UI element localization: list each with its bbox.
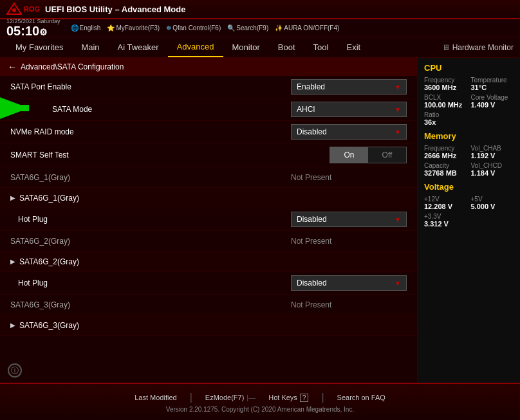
cpu-temp: Temperature 31°C <box>471 77 514 91</box>
tab-tool[interactable]: Tool <box>304 37 338 57</box>
dropdown-arrow-4: ▼ <box>395 216 401 223</box>
tab-main[interactable]: Main <box>72 37 108 57</box>
mem-capacity: Capacity 32768 MB <box>424 162 467 177</box>
cpu-bclx: BCLX 100.00 MHz <box>424 94 467 109</box>
sep-1: | <box>190 392 192 403</box>
rog-logo: ROG <box>6 3 40 15</box>
dropdown-arrow-3: ▼ <box>395 129 401 136</box>
sata6g2-expand-label: SATA6G_2(Gray) <box>10 257 407 266</box>
tab-ai-tweaker[interactable]: Ai Tweaker <box>109 37 168 57</box>
setting-sata6g1-expand[interactable]: SATA6G_1(Gray) <box>0 188 417 208</box>
tab-boot[interactable]: Boot <box>269 37 304 57</box>
shortcut-search-faq[interactable]: Search on FAQ <box>337 392 385 403</box>
setting-sata6g1-status: SATA6G_1(Gray) Not Present <box>0 167 417 188</box>
sata6g1-status-label: SATA6G_1(Gray) <box>10 173 291 182</box>
tab-monitor[interactable]: Monitor <box>223 37 269 57</box>
setting-sata6g2-expand[interactable]: SATA6G_2(Gray) <box>0 251 417 272</box>
bottom-bar: Last Modified | EzMode(F7) |— Hot Keys ?… <box>0 383 520 420</box>
mem-freq-chab: Frequency 2666 MHz Vol_CHAB 1.192 V <box>424 145 514 160</box>
toggle-on[interactable]: On <box>330 147 368 163</box>
sep-2: | <box>321 392 324 403</box>
sata6g3-status-value: Not Present <box>291 300 407 309</box>
shortcut-last-modified[interactable]: Last Modified <box>135 392 176 403</box>
sata-mode-label: SATA Mode <box>10 105 291 114</box>
cpu-section-title: CPU <box>424 63 514 73</box>
sata-port-enable-dropdown[interactable]: Enabled ▼ <box>291 79 407 95</box>
window-title: UEFI BIOS Utility – Advanced Mode <box>45 5 185 14</box>
hotplug-2-label: Hot Plug <box>18 278 291 288</box>
nvme-raid-label: NVMe RAID mode <box>10 127 291 136</box>
hotplug-1-dropdown[interactable]: Disabled ▼ <box>291 212 407 227</box>
mem-vol-chab: Vol_CHAB 1.192 V <box>471 145 514 160</box>
setting-sata-port-enable: SATA Port Enable Enabled ▼ <box>0 76 417 98</box>
tab-exit[interactable]: Exit <box>337 37 369 57</box>
cpu-bclx-voltage: BCLX 100.00 MHz Core Voltage 1.409 V <box>424 94 514 109</box>
hotplug-2-dropdown[interactable]: Disabled ▼ <box>291 275 407 291</box>
bottom-shortcuts: Last Modified | EzMode(F7) |— Hot Keys ?… <box>0 389 520 406</box>
setting-sata6g3-status: SATA6G_3(Gray) Not Present <box>0 295 417 315</box>
info-button[interactable]: ⓘ <box>8 363 22 378</box>
setting-nvme-raid: NVMe RAID mode Disabled ▼ <box>0 121 417 143</box>
mem-freq: Frequency 2666 MHz <box>424 145 467 160</box>
toggle-off[interactable]: Off <box>368 147 406 163</box>
tab-advanced[interactable]: Advanced <box>168 37 223 57</box>
smart-self-test-label: SMART Self Test <box>10 151 330 160</box>
mem-vol-chcd: Vol_CHCD 1.184 V <box>471 162 514 177</box>
info-bar: 12/25/2021 Saturday 05:10⚙ 🌐 English ⭐ M… <box>0 19 520 37</box>
sata6g3-status-label: SATA6G_3(Gray) <box>10 300 291 309</box>
dropdown-arrow-5: ▼ <box>395 280 401 287</box>
mem-cap-chcd: Capacity 32768 MB Vol_CHCD 1.184 V <box>424 162 514 177</box>
sata6g1-status-value: Not Present <box>291 173 407 182</box>
setting-sata6g2-status: SATA6G_2(Gray) Not Present <box>0 231 417 251</box>
shortcut-qfan[interactable]: ❄ Qfan Control(F6) <box>166 24 221 32</box>
volt-12-5: +12V 12.208 V +5V 5.000 V <box>424 196 514 210</box>
tab-my-favorites[interactable]: My Favorites <box>6 37 72 57</box>
main-content: ← Advanced\SATA Configuration SATA Port … <box>0 58 520 383</box>
dropdown-arrow-2: ▼ <box>395 106 401 113</box>
breadcrumb: ← Advanced\SATA Configuration <box>0 58 417 76</box>
logo-text: ROG <box>24 5 40 13</box>
breadcrumb-text: Advanced\SATA Configuration <box>21 62 124 71</box>
cpu-ratio: Ratio 36x <box>424 111 514 126</box>
sata6g2-status-label: SATA6G_2(Gray) <box>10 237 291 246</box>
sata-mode-dropdown[interactable]: AHCI ▼ <box>291 102 407 117</box>
shortcut-myfavorite[interactable]: ⭐ MyFavorite(F3) <box>107 24 160 32</box>
back-arrow[interactable]: ← <box>8 62 17 72</box>
dropdown-arrow: ▼ <box>395 84 401 91</box>
setting-hotplug-2: Hot Plug Disabled ▼ <box>0 272 417 295</box>
cpu-core-voltage: Core Voltage 1.409 V <box>471 94 514 109</box>
setting-sata-mode: SATA Mode AHCI ▼ <box>0 98 417 121</box>
nvme-raid-dropdown[interactable]: Disabled ▼ <box>291 124 407 140</box>
info-shortcuts: 🌐 English ⭐ MyFavorite(F3) ❄ Qfan Contro… <box>71 24 340 32</box>
shortcut-english[interactable]: 🌐 English <box>71 24 101 32</box>
volt-12v: +12V 12.208 V <box>424 196 467 210</box>
svg-point-1 <box>12 8 16 12</box>
cpu-freq-label: Frequency 3600 MHz <box>424 77 467 91</box>
setting-sata6g3-expand[interactable]: SATA6G_3(Gray) <box>0 315 417 336</box>
title-bar: ROG UEFI BIOS Utility – Advanced Mode <box>0 0 520 19</box>
settings-list: SATA Port Enable Enabled ▼ <box>0 76 417 336</box>
memory-section-title: Memory <box>424 131 514 141</box>
hardware-monitor-panel: CPU Frequency 3600 MHz Temperature 31°C … <box>417 58 520 383</box>
nav-tabs: My Favorites Main Ai Tweaker Advanced Mo… <box>0 37 520 58</box>
sata6g1-expand-label: SATA6G_1(Gray) <box>10 194 407 203</box>
smart-toggle[interactable]: On Off <box>330 147 407 163</box>
shortcut-ezmode[interactable]: EzMode(F7) |— <box>205 392 255 403</box>
voltage-section-title: Voltage <box>424 182 514 192</box>
shortcut-search[interactable]: 🔍 Search(F9) <box>227 24 268 32</box>
left-panel: ← Advanced\SATA Configuration SATA Port … <box>0 58 417 383</box>
version-text: Version 2.20.1275. Copyright (C) 2020 Am… <box>0 406 520 415</box>
shortcut-aura[interactable]: ✨ AURA ON/OFF(F4) <box>275 24 339 32</box>
setting-smart-self-test: SMART Self Test On Off <box>0 143 417 167</box>
setting-hotplug-1: Hot Plug Disabled ▼ <box>0 208 417 231</box>
volt-33v: +3.3V 3.312 V <box>424 213 514 228</box>
green-arrow <box>0 96 39 122</box>
volt-5v: +5V 5.000 V <box>471 196 514 210</box>
shortcut-hotkeys[interactable]: Hot Keys ? <box>268 392 308 403</box>
time-text: 05:10⚙ <box>6 24 60 37</box>
sata6g3-expand-label: SATA6G_3(Gray) <box>10 321 407 330</box>
datetime-block: 12/25/2021 Saturday 05:10⚙ <box>6 19 60 38</box>
sata-port-enable-label: SATA Port Enable <box>10 82 291 91</box>
hotkey-icon: ? <box>300 394 309 402</box>
sata6g2-status-value: Not Present <box>291 237 407 246</box>
